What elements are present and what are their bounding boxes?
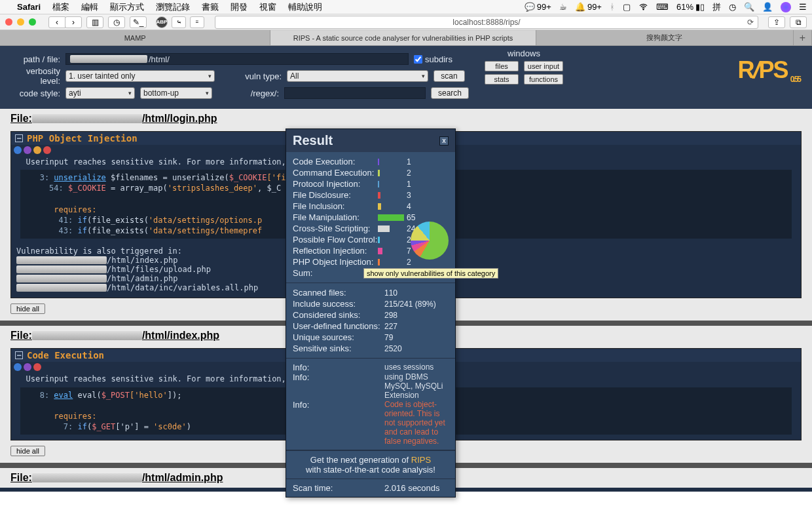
scan-stat-row: Considered sinks:298 — [293, 309, 449, 321]
windows-header: windows — [485, 49, 563, 58]
vuln-stat-row[interactable]: File Inclusion:4 — [293, 201, 449, 212]
scan-stat-row: Unique sources:79 — [293, 332, 449, 343]
zoom-window-icon[interactable] — [29, 18, 36, 26]
hide-all-button[interactable]: hide all — [10, 303, 45, 314]
tab-mamp[interactable]: MAMP — [0, 30, 270, 45]
verbosity-select[interactable]: 1. user tainted only▾ — [65, 70, 215, 82]
modal-footer: Get the next generation of RIPS with sta… — [286, 450, 455, 479]
reload-icon[interactable]: ⟳ — [747, 18, 754, 27]
regex-input[interactable] — [284, 87, 426, 99]
hide-all-button[interactable]: hide all — [10, 446, 45, 456]
rips-control-panel: path / file: /html/ subdirs verbosity le… — [0, 46, 812, 109]
vuln-type-label: vuln type: — [241, 71, 287, 81]
notification-center-icon[interactable]: ☰ — [799, 2, 807, 12]
rips-logo: R/PS0.55 — [738, 56, 800, 84]
collapse-icon[interactable]: − — [15, 134, 23, 142]
functions-button[interactable]: functions — [524, 74, 563, 85]
tab-bar: MAMP RIPS - A static source code analyse… — [0, 30, 812, 46]
collapse-icon[interactable]: − — [15, 351, 23, 359]
bluetooth-icon[interactable]: ᚼ — [610, 2, 615, 12]
siri-icon[interactable] — [781, 2, 791, 12]
vuln-stat-row[interactable]: File Manipulation:65 — [293, 212, 449, 223]
close-window-icon[interactable] — [5, 18, 12, 26]
tabs-button[interactable]: ⧉ — [790, 16, 807, 28]
stats-button[interactable]: stats — [485, 74, 519, 85]
battery-indicator[interactable]: 61% ▮▯ — [676, 2, 705, 12]
user-input-button[interactable]: user input — [524, 61, 563, 71]
scan-time: Scan time:2.016 seconds — [286, 479, 455, 497]
subdirs-checkbox[interactable]: subdirs — [414, 54, 471, 64]
vuln-stat-row[interactable]: Code Execution:1 — [293, 156, 449, 167]
scan-stats: Scanned files:110Include success:215/241… — [286, 283, 455, 359]
tab-sogou[interactable]: 搜狗颜文字 — [536, 30, 794, 45]
notifications-icon[interactable]: 🔔99+ — [575, 2, 602, 12]
vuln-stat-row[interactable]: Protocol Injection:1 — [293, 178, 449, 189]
regex-label: /regex/: — [238, 88, 284, 98]
menu-window[interactable]: 視窗 — [259, 1, 276, 13]
share-button[interactable]: ⇪ — [768, 16, 785, 28]
svg-point-0 — [643, 9, 644, 10]
info-icon[interactable] — [24, 363, 31, 371]
address-bar[interactable]: localhost:8888/rips/ ⟳ — [215, 16, 758, 29]
window-controls[interactable] — [5, 18, 36, 26]
help-icon[interactable] — [14, 363, 22, 371]
minimize-window-icon[interactable] — [17, 18, 24, 26]
menu-develop[interactable]: 開發 — [231, 1, 248, 13]
info-icon[interactable] — [24, 146, 31, 154]
airplay-icon[interactable]: ▢ — [623, 2, 631, 12]
sidebar-button[interactable]: ▥ — [86, 16, 103, 28]
extension-icon[interactable]: ⤿ — [172, 16, 186, 28]
info-section: Info:uses sessions Info:using DBMS MySQL… — [286, 359, 455, 450]
clock-icon[interactable]: ◷ — [729, 2, 736, 12]
forward-button[interactable]: › — [65, 16, 82, 28]
scan-stat-row: User-defined functions:227 — [293, 321, 449, 332]
menu-help[interactable]: 輔助說明 — [288, 1, 322, 13]
path-file-label: path / file: — [8, 54, 65, 64]
code-style-label: code style: — [8, 88, 65, 98]
path-input[interactable]: /html/ — [65, 53, 409, 65]
menu-history[interactable]: 瀏覽記錄 — [156, 1, 190, 13]
verbosity-label: verbosity level: — [8, 66, 65, 86]
vuln-stats: Code Execution:1Command Execution:2Proto… — [286, 152, 455, 283]
files-button[interactable]: files — [485, 61, 519, 71]
new-tab-button[interactable]: + — [794, 30, 812, 45]
pie-chart — [411, 222, 449, 260]
vuln-stat-row[interactable]: Command Execution:2 — [293, 167, 449, 178]
macos-menubar: Safari 檔案 編輯 顯示方式 瀏覽記錄 書籤 開發 視窗 輔助說明 💬99… — [0, 0, 812, 14]
menu-view[interactable]: 顯示方式 — [110, 1, 144, 13]
close-icon[interactable]: x — [439, 136, 449, 146]
wifi-icon[interactable] — [638, 2, 648, 12]
modal-title: Result — [293, 133, 333, 148]
history-button[interactable]: ◷ — [108, 16, 125, 28]
danger-icon[interactable] — [43, 146, 51, 154]
extension-menu-icon[interactable]: ≡ — [190, 16, 204, 28]
spotlight-icon[interactable]: 🔍 — [744, 2, 754, 12]
wechat-icon[interactable]: 💬99+ — [525, 2, 551, 12]
help-icon[interactable] — [14, 146, 22, 154]
danger-icon[interactable] — [33, 363, 41, 371]
scan-stat-row: Scanned files:110 — [293, 287, 449, 298]
menu-file[interactable]: 檔案 — [52, 1, 69, 13]
search-button[interactable]: search — [431, 87, 469, 99]
keyboard-icon[interactable]: ⌨︎ — [656, 2, 669, 12]
rips-link[interactable]: RIPS — [411, 455, 431, 465]
coffee-icon[interactable]: ☕︎ — [559, 2, 567, 12]
safari-toolbar: ‹ › ▥ ◷ ✎_ ABP ⤿ ≡ localhost:8888/rips/ … — [0, 14, 812, 30]
menu-edit[interactable]: 編輯 — [81, 1, 98, 13]
direction-select[interactable]: bottom-up▾ — [140, 87, 212, 99]
user-icon[interactable]: 👤 — [762, 2, 773, 12]
back-button[interactable]: ‹ — [48, 16, 65, 28]
file-header: File:/html/login.php — [0, 109, 812, 128]
adblock-extension-icon[interactable]: ABP — [156, 16, 168, 28]
app-name[interactable]: Safari — [17, 2, 41, 12]
result-modal: Result x Code Execution:1Command Executi… — [286, 128, 456, 498]
menu-bookmarks[interactable]: 書籤 — [202, 1, 219, 13]
warn-icon[interactable] — [33, 146, 41, 154]
tab-rips[interactable]: RIPS - A static source code analyser for… — [270, 30, 536, 45]
input-source-icon[interactable]: 拼 — [712, 1, 721, 13]
vuln-type-select[interactable]: All▾ — [287, 70, 428, 82]
vuln-stat-row[interactable]: File Disclosure:3 — [293, 189, 449, 201]
code-style-select[interactable]: ayti▾ — [65, 87, 135, 99]
edit-button[interactable]: ✎_ — [130, 16, 147, 28]
scan-button[interactable]: scan — [434, 70, 465, 82]
